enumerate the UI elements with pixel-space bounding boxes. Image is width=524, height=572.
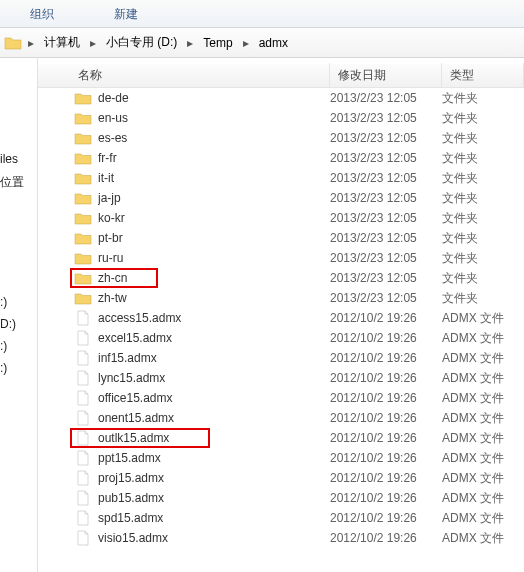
file-date: 2012/10/2 19:26 — [330, 371, 442, 385]
file-date: 2012/10/2 19:26 — [330, 451, 442, 465]
file-date: 2013/2/23 12:05 — [330, 251, 442, 265]
sidebar-item[interactable]: 位置 — [0, 170, 37, 195]
file-type: ADMX 文件 — [442, 370, 524, 387]
sidebar-item[interactable] — [0, 227, 37, 235]
sidebar-item[interactable] — [0, 267, 37, 275]
column-type[interactable]: 类型 — [442, 63, 524, 88]
list-item[interactable]: access15.admx2012/10/2 19:26ADMX 文件 — [38, 308, 524, 328]
list-item[interactable]: lync15.admx2012/10/2 19:26ADMX 文件 — [38, 368, 524, 388]
column-name[interactable]: 名称 — [38, 63, 330, 88]
menu-organize[interactable]: 组织 — [0, 0, 84, 27]
file-type: ADMX 文件 — [442, 330, 524, 347]
file-icon — [74, 310, 92, 326]
list-item[interactable]: de-de2013/2/23 12:05文件夹 — [38, 88, 524, 108]
breadcrumb-item[interactable]: 计算机 — [40, 32, 84, 53]
sidebar-item[interactable] — [0, 243, 37, 251]
file-icon — [74, 430, 92, 446]
chevron-right-icon[interactable]: ▸ — [88, 36, 98, 50]
chevron-right-icon[interactable]: ▸ — [26, 36, 36, 50]
file-name: fr-fr — [98, 151, 330, 165]
file-type: 文件夹 — [442, 130, 524, 147]
file-date: 2012/10/2 19:26 — [330, 351, 442, 365]
file-date: 2012/10/2 19:26 — [330, 411, 442, 425]
file-date: 2013/2/23 12:05 — [330, 291, 442, 305]
breadcrumb-item[interactable]: 小白专用 (D:) — [102, 32, 181, 53]
sidebar-item[interactable] — [0, 235, 37, 243]
file-name: it-it — [98, 171, 330, 185]
sidebar-item[interactable]: iles — [0, 148, 37, 170]
list-item[interactable]: fr-fr2013/2/23 12:05文件夹 — [38, 148, 524, 168]
file-date: 2012/10/2 19:26 — [330, 511, 442, 525]
file-name: visio15.admx — [98, 531, 330, 545]
file-type: ADMX 文件 — [442, 390, 524, 407]
list-item[interactable]: excel15.admx2012/10/2 19:26ADMX 文件 — [38, 328, 524, 348]
file-icon — [74, 450, 92, 466]
list-item[interactable]: ru-ru2013/2/23 12:05文件夹 — [38, 248, 524, 268]
file-name: pt-br — [98, 231, 330, 245]
folder-icon — [74, 90, 92, 106]
list-item[interactable]: ko-kr2013/2/23 12:05文件夹 — [38, 208, 524, 228]
list-item[interactable]: ja-jp2013/2/23 12:05文件夹 — [38, 188, 524, 208]
folder-icon — [4, 35, 22, 51]
list-item[interactable]: ppt15.admx2012/10/2 19:26ADMX 文件 — [38, 448, 524, 468]
sidebar-item[interactable] — [0, 219, 37, 227]
list-item[interactable]: it-it2013/2/23 12:05文件夹 — [38, 168, 524, 188]
file-name: en-us — [98, 111, 330, 125]
list-item[interactable]: en-us2013/2/23 12:05文件夹 — [38, 108, 524, 128]
file-date: 2012/10/2 19:26 — [330, 311, 442, 325]
sidebar-item[interactable] — [0, 211, 37, 219]
file-date: 2012/10/2 19:26 — [330, 331, 442, 345]
sidebar-item[interactable] — [0, 259, 37, 267]
sidebar-item[interactable]: D:) — [0, 313, 37, 335]
breadcrumb-item[interactable]: Temp — [199, 34, 236, 52]
folder-icon — [74, 130, 92, 146]
sidebar-item[interactable]: :) — [0, 335, 37, 357]
file-type: ADMX 文件 — [442, 410, 524, 427]
list-item[interactable]: proj15.admx2012/10/2 19:26ADMX 文件 — [38, 468, 524, 488]
folder-icon — [74, 190, 92, 206]
column-headers: 名称 修改日期 类型 — [38, 64, 524, 88]
list-item[interactable]: pt-br2013/2/23 12:05文件夹 — [38, 228, 524, 248]
list-item[interactable]: onent15.admx2012/10/2 19:26ADMX 文件 — [38, 408, 524, 428]
file-name: de-de — [98, 91, 330, 105]
file-icon — [74, 330, 92, 346]
sidebar-item[interactable] — [0, 203, 37, 211]
address-bar[interactable]: ▸ 计算机 ▸ 小白专用 (D:) ▸ Temp ▸ admx — [0, 28, 524, 58]
file-type: ADMX 文件 — [442, 350, 524, 367]
sidebar-item[interactable]: :) — [0, 291, 37, 313]
list-item[interactable]: visio15.admx2012/10/2 19:26ADMX 文件 — [38, 528, 524, 548]
file-name: lync15.admx — [98, 371, 330, 385]
chevron-right-icon[interactable]: ▸ — [241, 36, 251, 50]
list-item[interactable]: outlk15.admx2012/10/2 19:26ADMX 文件 — [38, 428, 524, 448]
sidebar-item[interactable] — [0, 283, 37, 291]
list-item[interactable]: pub15.admx2012/10/2 19:26ADMX 文件 — [38, 488, 524, 508]
list-item[interactable]: es-es2013/2/23 12:05文件夹 — [38, 128, 524, 148]
file-type: ADMX 文件 — [442, 450, 524, 467]
sidebar-item[interactable] — [0, 251, 37, 259]
file-date: 2013/2/23 12:05 — [330, 171, 442, 185]
list-item[interactable]: inf15.admx2012/10/2 19:26ADMX 文件 — [38, 348, 524, 368]
sidebar-item[interactable] — [0, 275, 37, 283]
file-date: 2013/2/23 12:05 — [330, 131, 442, 145]
file-type: 文件夹 — [442, 90, 524, 107]
menu-bar: 组织 新建 — [0, 0, 524, 28]
file-icon — [74, 470, 92, 486]
file-name: es-es — [98, 131, 330, 145]
menu-new[interactable]: 新建 — [84, 0, 168, 27]
column-date[interactable]: 修改日期 — [330, 63, 442, 88]
file-type: ADMX 文件 — [442, 530, 524, 547]
folder-icon — [74, 230, 92, 246]
file-date: 2012/10/2 19:26 — [330, 391, 442, 405]
file-name: excel15.admx — [98, 331, 330, 345]
list-item[interactable]: office15.admx2012/10/2 19:26ADMX 文件 — [38, 388, 524, 408]
breadcrumb-item[interactable]: admx — [255, 34, 292, 52]
list-item[interactable]: zh-tw2013/2/23 12:05文件夹 — [38, 288, 524, 308]
file-name: spd15.admx — [98, 511, 330, 525]
chevron-right-icon[interactable]: ▸ — [185, 36, 195, 50]
list-item[interactable]: zh-cn2013/2/23 12:05文件夹 — [38, 268, 524, 288]
sidebar-item[interactable]: :) — [0, 357, 37, 379]
sidebar-item[interactable] — [0, 195, 37, 203]
file-icon — [74, 410, 92, 426]
list-item[interactable]: spd15.admx2012/10/2 19:26ADMX 文件 — [38, 508, 524, 528]
file-icon — [74, 350, 92, 366]
